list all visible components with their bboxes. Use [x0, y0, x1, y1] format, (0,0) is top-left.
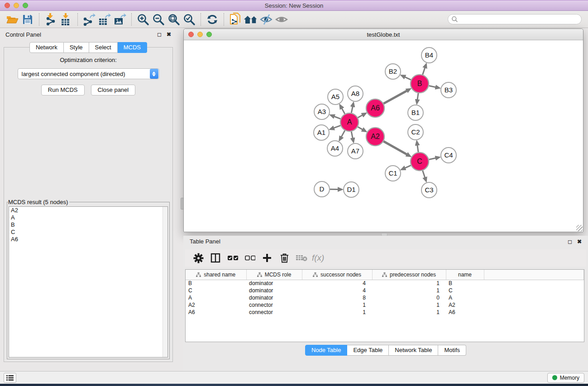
- tab-motifs[interactable]: Motifs: [438, 345, 466, 356]
- criterion-dropdown-value: largest connected component (directed): [18, 71, 150, 77]
- tab-style[interactable]: Style: [64, 42, 89, 53]
- function-builder-icon[interactable]: f(x): [310, 250, 327, 266]
- graph-edge-A-A3[interactable]: [334, 116, 340, 119]
- table-row[interactable]: A2connector11A2: [186, 301, 584, 309]
- result-scrollbar[interactable]: [163, 207, 167, 357]
- import-network-icon[interactable]: [43, 12, 58, 27]
- toolbar-separator: [201, 13, 201, 26]
- mcds-result-box: MCDS result (5 nodes) A2ABCA6: [7, 199, 170, 359]
- column-header-predecessor-nodes[interactable]: predecessor nodes: [372, 270, 446, 280]
- table-float-icon[interactable]: ◻: [568, 239, 572, 244]
- tab-node-table[interactable]: Node Table: [305, 345, 348, 356]
- import-table-icon[interactable]: [58, 12, 74, 27]
- cell-shared-name: A6: [186, 309, 246, 316]
- graph-edge-A-A5[interactable]: [342, 108, 345, 114]
- float-panel-icon[interactable]: ◻: [157, 32, 162, 37]
- toggle-panel-icon[interactable]: [207, 250, 224, 266]
- table-close-icon[interactable]: ✖: [577, 239, 582, 244]
- save-icon[interactable]: [20, 12, 35, 27]
- tab-edge-table[interactable]: Edge Table: [347, 345, 389, 356]
- result-item[interactable]: A2: [9, 207, 167, 214]
- graph-edge-A-A2[interactable]: [358, 127, 363, 129]
- cell-mcds-role: dominator: [246, 294, 302, 301]
- add-column-icon[interactable]: [258, 250, 276, 266]
- graph-edge-A-A8[interactable]: [351, 106, 353, 113]
- result-item[interactable]: B: [9, 221, 167, 229]
- home-icon[interactable]: [243, 12, 258, 27]
- graph-node-label-A6: A6: [371, 104, 380, 112]
- graph-edge-A-A7[interactable]: [351, 132, 353, 138]
- graph-edge-C-C1[interactable]: [405, 165, 411, 168]
- mcds-result-list[interactable]: A2ABCA6: [9, 206, 168, 357]
- close-panel-icon[interactable]: ✖: [167, 32, 171, 37]
- table-row[interactable]: Adominator80A: [186, 294, 584, 301]
- graph-edge-C-C3[interactable]: [423, 171, 425, 178]
- export-table-icon[interactable]: [97, 12, 112, 27]
- cell-predecessor-nodes: 1: [372, 309, 446, 316]
- column-header-name[interactable]: name: [446, 270, 484, 280]
- zoom-out-icon[interactable]: [151, 12, 166, 27]
- tab-network[interactable]: Network: [29, 42, 64, 53]
- graph-edge-B-B4[interactable]: [423, 68, 425, 75]
- application-window: Session: New Session Control Panel ◻ ✖ N…: [0, 0, 588, 384]
- graph-node-label-B: B: [417, 80, 422, 87]
- result-item[interactable]: C: [9, 229, 167, 236]
- graph-edge-B-B2[interactable]: [405, 77, 411, 80]
- settings-gear-icon[interactable]: [190, 250, 207, 266]
- task-history-button[interactable]: [4, 373, 16, 383]
- graph-edge-A2-C[interactable]: [383, 141, 407, 154]
- tab-network-table[interactable]: Network Table: [389, 345, 438, 356]
- graph-edge-A-A6[interactable]: [358, 115, 362, 118]
- graph-edge-C-C2[interactable]: [417, 145, 418, 152]
- memory-button[interactable]: Memory: [547, 373, 584, 383]
- graph-edge-A-A1[interactable]: [334, 125, 340, 128]
- mcds-tab-content: Optimization criterion: largest connecte…: [4, 47, 173, 362]
- column-header-shared-name[interactable]: shared name: [186, 270, 246, 280]
- cell-shared-name: A2: [186, 301, 246, 309]
- open-folder-icon[interactable]: [5, 12, 20, 27]
- cell-successor-nodes: 8: [302, 294, 372, 301]
- cell-predecessor-nodes: 1: [372, 280, 446, 287]
- table-row[interactable]: Cdominator41C: [186, 287, 584, 294]
- export-image-icon[interactable]: [112, 12, 128, 27]
- cell-mcds-role: dominator: [246, 280, 302, 287]
- graph-edge-A-A4[interactable]: [341, 130, 345, 137]
- criterion-dropdown[interactable]: largest connected component (directed): [18, 68, 159, 79]
- graph-node-label-A5: A5: [331, 93, 339, 100]
- table-row[interactable]: Bdominator41B: [186, 280, 584, 287]
- cell-name: A: [446, 294, 484, 301]
- search-field[interactable]: [448, 14, 582, 24]
- network-canvas[interactable]: B4B2BB3A8A5A6A3B1AC2A1A2A4A7C4CC1DD1C3: [184, 40, 583, 232]
- new-network-from-file-icon[interactable]: [228, 12, 243, 27]
- hide-selected-icon[interactable]: [258, 12, 274, 27]
- export-network-icon[interactable]: [81, 12, 97, 27]
- cell-shared-name: B: [186, 280, 246, 287]
- search-input[interactable]: [458, 16, 581, 23]
- close-panel-button[interactable]: Close panel: [91, 85, 136, 95]
- delete-table-icon[interactable]: [293, 250, 310, 266]
- zoom-selected-icon[interactable]: [182, 12, 197, 27]
- tab-mcds[interactable]: MCDS: [118, 42, 147, 53]
- column-header-successor-nodes[interactable]: successor nodes: [302, 270, 372, 280]
- column-header-mcds-role[interactable]: MCDS role: [246, 270, 302, 280]
- run-mcds-button[interactable]: Run MCDS: [41, 85, 85, 95]
- graph-edge-C-C4[interactable]: [429, 158, 436, 159]
- zoom-in-icon[interactable]: [135, 12, 151, 27]
- show-all-icon[interactable]: [274, 12, 289, 27]
- refresh-icon[interactable]: [205, 12, 220, 27]
- result-item[interactable]: A6: [9, 236, 167, 243]
- resize-grip-icon[interactable]: [576, 225, 583, 231]
- graph-edge-B-B3[interactable]: [429, 86, 436, 87]
- zoom-fit-icon[interactable]: [166, 12, 182, 27]
- graph-edge-A6-B[interactable]: [383, 91, 407, 103]
- select-all-icon[interactable]: [224, 250, 241, 266]
- graph-node-label-A3: A3: [318, 108, 326, 115]
- delete-column-icon[interactable]: [276, 250, 293, 266]
- graph-edge-B-B1[interactable]: [417, 93, 418, 100]
- result-item[interactable]: A: [9, 214, 167, 221]
- optimization-criterion-label: Optimization criterion:: [4, 57, 172, 63]
- deselect-all-icon[interactable]: [241, 250, 258, 266]
- table-row[interactable]: A6connector11A6: [186, 309, 584, 316]
- tab-select[interactable]: Select: [89, 42, 118, 53]
- cell-successor-nodes: 1: [302, 301, 372, 309]
